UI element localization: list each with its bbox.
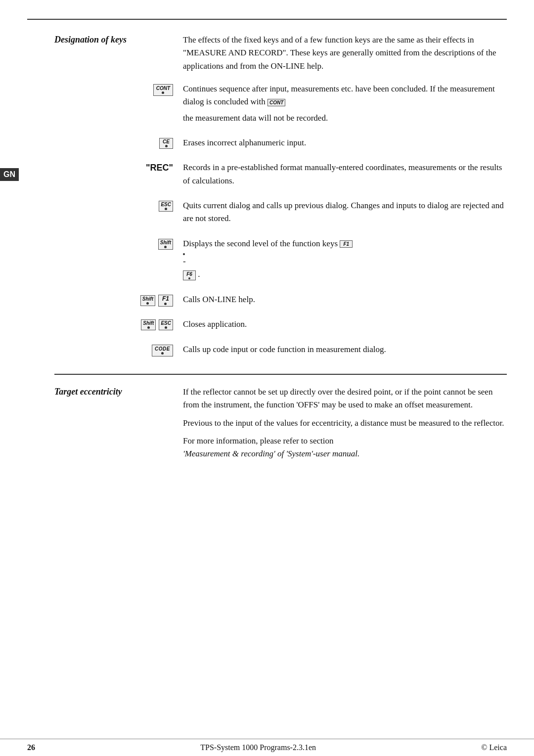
gn-marker: GN	[0, 168, 19, 181]
shift-esc-row: Shift ESC Closes application.	[54, 318, 507, 334]
shift-esc-key-cell: Shift ESC	[54, 318, 183, 330]
cont-key-cell: CONT	[54, 83, 183, 96]
cont-inline-label: CONT	[269, 100, 283, 105]
shift-esc-shift-dot	[147, 326, 150, 329]
shift-f1-row: Shift F1 Calls ON-LINE help.	[54, 293, 507, 309]
shift-key-button: Shift	[158, 239, 173, 250]
main-content: Designation of keys The effects of the f…	[54, 20, 507, 739]
shift-f1-shift-label: Shift	[142, 296, 153, 302]
shift-key-cell: Shift	[54, 237, 183, 250]
esc-key-desc: Quits current dialog and calls up previo…	[183, 199, 507, 228]
shift-f1-desc-text: Calls ON-LINE help.	[183, 293, 507, 306]
designation-label: Designation of keys	[54, 34, 183, 78]
cont-key-row: CONT Continues sequence after input, mea…	[54, 83, 507, 128]
ce-key-row: CE Erases incorrect alphanumeric input.	[54, 136, 507, 152]
f1-inline-key: F1	[340, 240, 353, 248]
code-key-row: CODE Calls up code input or code functio…	[54, 343, 507, 359]
esc-desc-text: Quits current dialog and calls up previo…	[183, 199, 507, 225]
code-key-button: CODE	[152, 345, 173, 356]
shift-f1-f1-label: F1	[160, 296, 171, 302]
shift-f1-f1-dot	[164, 303, 167, 305]
ce-key-label: CE	[163, 139, 170, 144]
shift-esc-desc: Closes application.	[183, 318, 507, 334]
target-body: If the reflector cannot be set up direct…	[183, 386, 507, 466]
target-para3-italic: 'Measurement & recording' of 'System'-us…	[183, 449, 359, 458]
ce-key-desc: Erases incorrect alphanumeric input.	[183, 136, 507, 152]
target-para1: If the reflector cannot be set up direct…	[183, 386, 507, 412]
shift-f1-key-cell: Shift F1	[54, 293, 183, 307]
cont-key-label: CONT	[156, 86, 170, 91]
f1-inline-label: F1	[343, 241, 349, 247]
shift-esc-esc-label: ESC	[161, 320, 171, 326]
shift-esc-keys: Shift ESC	[141, 319, 173, 330]
code-desc-text: Calls up code input or code function in …	[183, 343, 507, 356]
shift-f1-shift-dot	[146, 302, 149, 305]
ce-key-dot	[165, 145, 168, 147]
shift-esc-esc-dot	[165, 326, 167, 329]
footer-right-text: © Leica	[481, 743, 507, 752]
footer-center-text: TPS-System 1000 Programs-2.3.1en	[200, 743, 316, 752]
shift-key-dot	[164, 246, 167, 248]
f6-inline-key: F6	[183, 270, 196, 280]
cont-key-desc: Continues sequence after input, measurem…	[183, 83, 507, 128]
code-key-dot	[161, 352, 164, 355]
intro-paragraph: The effects of the fixed keys and of a f…	[183, 34, 507, 73]
esc-key-button: ESC	[159, 201, 173, 212]
target-para2: Previous to the input of the values for …	[183, 417, 507, 430]
cont-key-button: CONT	[153, 84, 173, 96]
rec-desc-text: Records in a pre-established format manu…	[183, 161, 507, 187]
shift-esc-shift-label: Shift	[143, 320, 154, 326]
code-key-desc: Calls up code input or code function in …	[183, 343, 507, 359]
rec-key-cell: "REC"	[54, 161, 183, 173]
page: GN Designation of keys The effects of th…	[0, 0, 534, 756]
esc-key-cell: ESC	[54, 199, 183, 212]
designation-section: Designation of keys The effects of the f…	[54, 29, 507, 83]
shift-key-label: Shift	[160, 240, 171, 245]
designation-title: Designation of keys	[54, 35, 127, 44]
rec-key-row: "REC" Records in a pre-established forma…	[54, 161, 507, 190]
f6-dot	[188, 277, 190, 279]
shift-f1-shift-button: Shift	[140, 295, 155, 306]
cont-desc-text: Continues sequence after input, measurem…	[183, 83, 507, 109]
rec-label: "REC"	[146, 163, 173, 173]
ce-key-cell: CE	[54, 136, 183, 149]
shift-esc-esc-button: ESC	[159, 319, 173, 330]
content-area: GN Designation of keys The effects of th…	[0, 20, 534, 739]
shift-f1-desc: Calls ON-LINE help.	[183, 293, 507, 309]
esc-key-label: ESC	[161, 202, 171, 207]
target-label: Target eccentricity	[54, 386, 183, 466]
shift-esc-shift-button: Shift	[141, 319, 156, 330]
esc-key-dot	[165, 208, 167, 210]
target-title: Target eccentricity	[54, 387, 122, 397]
shift-key-row: Shift Displays the second level of the f…	[54, 237, 507, 284]
target-para3-text: For more information, please refer to se…	[183, 436, 333, 445]
code-key-label: CODE	[155, 346, 170, 352]
cont-inline-key: CONT	[267, 99, 285, 106]
footer: 26 TPS-System 1000 Programs-2.3.1en © Le…	[0, 739, 534, 756]
shift-desc-text: Displays the second level of the functio…	[183, 237, 507, 250]
esc-key-row: ESC Quits current dialog and calls up pr…	[54, 199, 507, 228]
shift-key-desc: Displays the second level of the functio…	[183, 237, 507, 284]
ce-key-button: CE	[159, 138, 173, 149]
shift-f1-f1-button: F1	[158, 295, 173, 307]
target-section: Target eccentricity If the reflector can…	[54, 375, 507, 471]
target-para3: For more information, please refer to se…	[183, 435, 507, 461]
footer-page-number: 26	[27, 743, 35, 752]
ce-desc-text: Erases incorrect alphanumeric input.	[183, 136, 507, 149]
code-key-cell: CODE	[54, 343, 183, 356]
rec-key-desc: Records in a pre-established format manu…	[183, 161, 507, 190]
designation-body: The effects of the fixed keys and of a f…	[183, 34, 507, 78]
shift-esc-desc-text: Closes application.	[183, 318, 507, 331]
left-sidebar: GN	[27, 20, 54, 739]
cont-key-dot	[162, 91, 164, 94]
f6-inline-label: F6	[186, 271, 192, 277]
f1-dot	[183, 253, 185, 255]
shift-f1-keys: Shift F1	[140, 295, 173, 307]
